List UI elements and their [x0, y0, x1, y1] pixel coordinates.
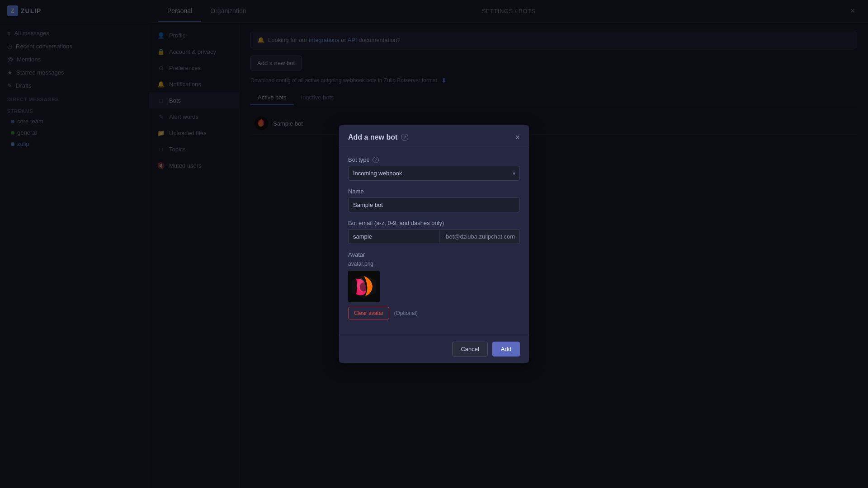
email-row: -bot@dziuba.zulipchat.com [348, 229, 520, 244]
optional-label: (Optional) [394, 310, 418, 316]
bot-email-group: Bot email (a-z, 0-9, and dashes only) -b… [348, 220, 520, 244]
bot-name-label: Name [348, 188, 520, 195]
email-prefix-input[interactable] [348, 229, 439, 244]
bot-type-select[interactable]: Incoming webhook Outgoing webhook Generi… [348, 166, 520, 181]
cancel-button[interactable]: Cancel [452, 342, 487, 357]
modal-header: Add a new bot ? × [339, 125, 529, 148]
avatar-actions: Clear avatar (Optional) [348, 307, 520, 319]
bot-type-select-wrapper: Incoming webhook Outgoing webhook Generi… [348, 166, 520, 181]
modal-footer: Cancel Add [339, 335, 529, 363]
bot-type-group: Bot type ? Incoming webhook Outgoing web… [348, 156, 520, 181]
avatar-section: Avatar avatar.png [348, 251, 520, 319]
clear-avatar-button[interactable]: Clear avatar [348, 307, 389, 319]
modal-title: Add a new bot ? [348, 133, 408, 141]
modal-help-icon[interactable]: ? [401, 134, 408, 141]
bot-email-label: Bot email (a-z, 0-9, and dashes only) [348, 220, 520, 226]
email-suffix: -bot@dziuba.zulipchat.com [439, 229, 520, 244]
avatar-label: Avatar [348, 251, 520, 258]
modal-overlay[interactable]: Add a new bot ? × Bot type ? Incoming we… [0, 0, 868, 488]
bot-name-group: Name [348, 188, 520, 212]
add-bot-modal: Add a new bot ? × Bot type ? Incoming we… [339, 125, 529, 363]
bot-type-label: Bot type ? [348, 156, 520, 163]
add-button[interactable]: Add [492, 342, 520, 357]
bot-type-help-icon[interactable]: ? [373, 157, 379, 163]
svg-point-3 [360, 282, 367, 291]
avatar-preview [348, 271, 380, 302]
modal-body: Bot type ? Incoming webhook Outgoing web… [339, 148, 529, 335]
bot-name-input[interactable] [348, 197, 520, 212]
avatar-filename: avatar.png [348, 261, 520, 267]
modal-close-button[interactable]: × [515, 133, 520, 141]
